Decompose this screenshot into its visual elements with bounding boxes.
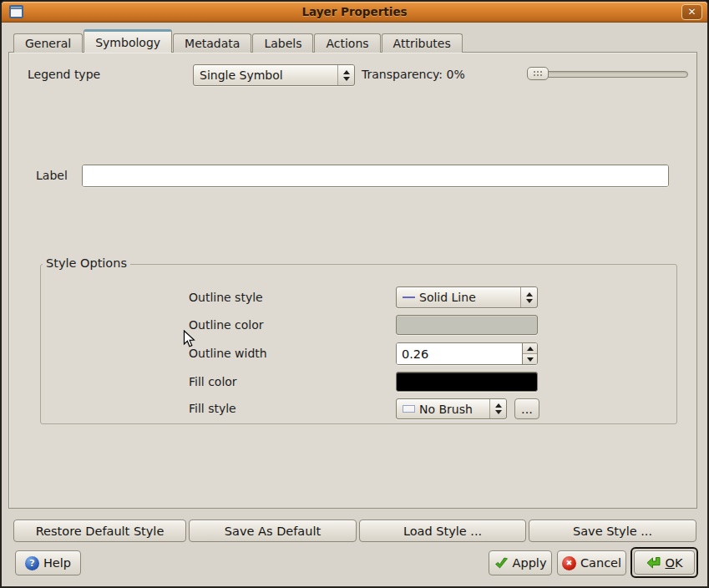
legend-type-value: Single Symbol — [200, 68, 283, 82]
load-style-label: Load Style ... — [403, 525, 482, 538]
ok-button-default-frame: OK — [631, 547, 698, 578]
save-style-button[interactable]: Save Style ... — [529, 520, 696, 542]
transparency-slider[interactable] — [527, 67, 688, 81]
combo-updown-icon — [520, 287, 537, 307]
label-field-label: Label — [36, 169, 68, 182]
outline-style-select[interactable]: Solid Line — [396, 286, 538, 308]
outline-width-spinbox — [396, 342, 538, 365]
close-button[interactable]: ✕ — [681, 4, 702, 20]
spin-up-icon — [527, 347, 534, 351]
save-as-default-button[interactable]: Save As Default — [189, 520, 357, 542]
tab-actions[interactable]: Actions — [314, 33, 380, 53]
spin-buttons — [522, 343, 537, 364]
fill-style-value: No Brush — [419, 403, 473, 416]
cancel-label: Cancel — [580, 556, 621, 570]
slider-track[interactable] — [527, 71, 688, 78]
tab-labels[interactable]: Labels — [252, 33, 313, 53]
green-check-icon — [494, 557, 509, 570]
fill-style-label: Fill style — [189, 402, 236, 415]
tab-metadata[interactable]: Metadata — [173, 33, 251, 53]
ok-label: OK — [666, 556, 683, 570]
outline-width-input[interactable] — [397, 343, 522, 364]
apply-label: Apply — [513, 556, 547, 570]
outline-style-label: Outline style — [189, 291, 263, 304]
tab-attributes[interactable]: Attributes — [382, 33, 463, 53]
combo-updown-icon — [489, 399, 506, 418]
save-style-label: Save Style ... — [573, 525, 652, 538]
outline-width-label: Outline width — [189, 347, 267, 360]
help-button[interactable]: ? Help — [15, 550, 81, 575]
label-input[interactable] — [83, 165, 668, 186]
apply-button[interactable]: Apply — [489, 550, 552, 575]
cancel-button[interactable]: ✖ Cancel — [557, 550, 626, 575]
combo-updown-icon — [337, 65, 354, 85]
fill-color-label: Fill color — [189, 375, 237, 388]
ok-mnemonic: O — [666, 556, 675, 570]
solid-line-icon — [403, 297, 415, 298]
spin-down-icon — [527, 357, 534, 362]
slider-grip-icon — [533, 70, 543, 78]
tab-symbology[interactable]: Symbology — [84, 29, 172, 53]
window-title: Layer Properties — [2, 5, 707, 18]
spin-down-button[interactable] — [523, 353, 537, 364]
restore-default-style-button[interactable]: Restore Default Style — [13, 520, 186, 542]
legend-type-select[interactable]: Single Symbol — [193, 64, 355, 86]
label-input-frame — [82, 165, 669, 187]
titlebar[interactable]: Layer Properties ✕ — [2, 2, 707, 23]
legend-type-label: Legend type — [28, 68, 100, 81]
close-x-icon: ✕ — [687, 6, 696, 18]
ellipsis-label: ... — [521, 403, 533, 416]
mouse-cursor — [183, 330, 195, 348]
symbology-tab-page: Legend type Single Symbol Transparency: … — [8, 52, 697, 509]
spin-up-button[interactable] — [523, 343, 537, 353]
style-options-group: Style Options Outline style Solid Line O… — [40, 264, 677, 424]
ok-rest: K — [675, 556, 683, 570]
ok-button[interactable]: OK — [634, 550, 695, 575]
blue-question-icon: ? — [25, 556, 39, 570]
load-style-button[interactable]: Load Style ... — [359, 520, 526, 542]
outline-style-value: Solid Line — [419, 291, 476, 304]
style-options-title: Style Options — [43, 256, 130, 270]
layer-properties-dialog: Layer Properties ✕ General Symbology Met… — [0, 0, 709, 588]
outline-color-label: Outline color — [189, 318, 264, 332]
save-as-default-label: Save As Default — [225, 525, 321, 538]
help-label: Help — [43, 556, 71, 570]
slider-handle[interactable] — [527, 67, 549, 80]
transparency-label: Transparency: 0% — [362, 68, 465, 81]
tab-bar: General Symbology Metadata Labels Action… — [13, 30, 463, 53]
red-cross-icon: ✖ — [562, 556, 576, 570]
fill-color-button[interactable] — [396, 372, 538, 392]
restore-default-style-label: Restore Default Style — [36, 525, 165, 538]
fill-style-select[interactable]: No Brush — [396, 398, 507, 419]
fill-style-more-button[interactable]: ... — [514, 398, 539, 419]
green-return-arrow-icon — [646, 556, 661, 570]
outline-color-button[interactable] — [396, 315, 538, 335]
tab-general[interactable]: General — [13, 33, 83, 53]
no-brush-icon — [403, 405, 415, 413]
